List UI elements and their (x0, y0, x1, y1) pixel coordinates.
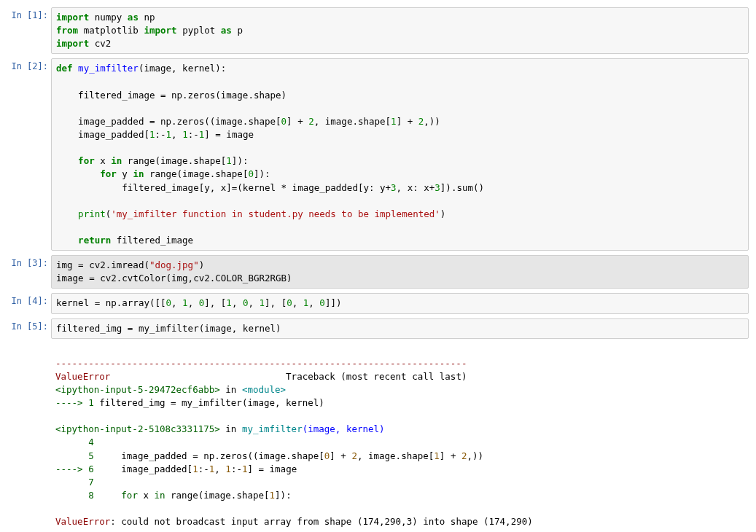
output-cell-5: ----------------------------------------… (7, 343, 749, 532)
code-pre-1: import numpy as np from matplotlib impor… (56, 11, 744, 50)
prompt-in-5: In [5]: (7, 318, 51, 339)
code-pre-3: img = cv2.imread("dog.jpg") image = cv2.… (56, 259, 744, 285)
code-input-4[interactable]: kernel = np.array([[0, 1, 0], [1, 0, 1],… (51, 293, 749, 313)
traceback-output: ----------------------------------------… (51, 343, 749, 532)
code-cell-3: In [3]: img = cv2.imread("dog.jpg") imag… (7, 255, 749, 289)
code-input-5[interactable]: filtered_img = my_imfilter(image, kernel… (51, 318, 749, 339)
code-cell-2: In [2]: def my_imfilter(image, kernel): … (7, 58, 749, 251)
prompt-in-3: In [3]: (7, 255, 51, 289)
prompt-in-1: In [1]: (7, 7, 51, 54)
prompt-in-2: In [2]: (7, 58, 51, 251)
prompt-in-4: In [4]: (7, 293, 51, 313)
code-input-3[interactable]: img = cv2.imread("dog.jpg") image = cv2.… (51, 255, 749, 289)
code-pre-2: def my_imfilter(image, kernel): filtered… (56, 62, 744, 247)
code-cell-4: In [4]: kernel = np.array([[0, 1, 0], [1… (7, 293, 749, 313)
code-input-2[interactable]: def my_imfilter(image, kernel): filtered… (51, 58, 749, 251)
code-pre-5: filtered_img = my_imfilter(image, kernel… (56, 322, 744, 335)
code-cell-5: In [5]: filtered_img = my_imfilter(image… (7, 318, 749, 339)
code-cell-1: In [1]: import numpy as np from matplotl… (7, 7, 749, 54)
code-pre-4: kernel = np.array([[0, 1, 0], [1, 0, 1],… (56, 297, 744, 310)
traceback-pre: ----------------------------------------… (55, 357, 744, 529)
code-input-1[interactable]: import numpy as np from matplotlib impor… (51, 7, 749, 54)
prompt-out-5 (7, 343, 51, 532)
